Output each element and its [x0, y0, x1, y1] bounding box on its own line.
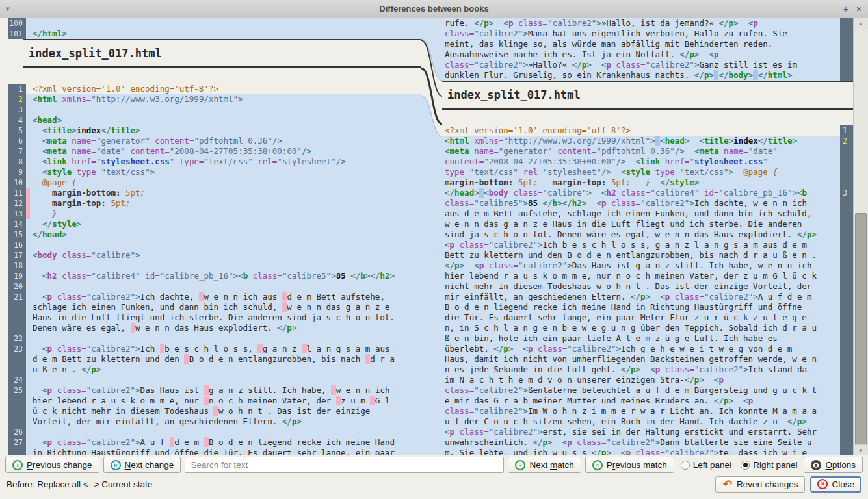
- line-number: 5: [8, 125, 26, 136]
- options-button[interactable]: Options: [804, 457, 863, 473]
- line-number: [840, 167, 853, 177]
- code-line: d e m Bett zu klettern und den B o d e n…: [8, 354, 421, 365]
- right-diff-panel[interactable]: rufe. </p> <p class="calibre2">»Hallo, i…: [442, 18, 853, 455]
- vertical-scrollbar[interactable]: ▲ ▼: [853, 18, 868, 455]
- code-line: class="calibre2">»Hallo?« </p> <p class=…: [442, 60, 853, 70]
- code-line: 9 <style type="text/css">: [8, 167, 421, 177]
- line-number: 1: [840, 125, 853, 136]
- code-text: Vorteil, der mir einfällt, an geschieden…: [30, 416, 421, 427]
- code-line: 20: [8, 281, 421, 292]
- line-number: [840, 375, 853, 385]
- code-line: 24: [8, 375, 421, 385]
- scroll-down-icon[interactable]: ▼: [854, 444, 868, 455]
- next-change-button[interactable]: » Next change: [103, 457, 181, 473]
- line-number: 2: [8, 94, 26, 105]
- left-panel-radio-group[interactable]: Left panel: [678, 460, 734, 470]
- code-line: ß e n bin, hole ich ein paar tiefe A t e…: [442, 333, 853, 344]
- code-text: <meta name="generator" content="pdftohtm…: [30, 136, 421, 146]
- revert-changes-label: Revert changes: [737, 480, 798, 489]
- line-number: 8: [8, 157, 26, 167]
- code-text: @page {: [30, 177, 421, 188]
- code-line: m. Sie lebte, und ich w u s s </p> <p cl…: [442, 448, 853, 455]
- line-number: [840, 177, 853, 188]
- code-text: <body class="calibre">: [30, 250, 421, 261]
- code-line: <html xmlns="http://www.w3.org/1999/xhtm…: [442, 136, 853, 146]
- code-text: e mir das G r a b meiner Mutter und mein…: [442, 396, 840, 406]
- code-line: Haus in die Luft fliegt und ich sterbe. …: [8, 313, 421, 323]
- code-text: }: [30, 209, 421, 219]
- line-number: [840, 292, 853, 302]
- close-button[interactable]: × Close: [810, 476, 861, 493]
- code-line: class="calibre2">Im W o h n z i m m e r …: [442, 406, 853, 416]
- line-number: 10: [8, 177, 26, 188]
- code-text: <link href="stylesheet.css" type="text/c…: [30, 157, 421, 167]
- chevron-up-icon: ›: [592, 460, 603, 470]
- line-number: 20: [8, 281, 26, 292]
- line-number: [8, 365, 26, 375]
- status-bar: Before: Replace all <--> Current state ↶…: [0, 474, 868, 499]
- maximize-icon[interactable]: +: [843, 5, 848, 14]
- code-line: in Richtung Haustürgriff und öffne die T…: [8, 448, 421, 455]
- code-line: Vorteil, der mir einfällt, an geschieden…: [8, 416, 421, 427]
- code-text: <html xmlns="http://www.w3.org/1999/xhtm…: [30, 94, 421, 105]
- code-text: unwahrscheinlich. </p> <p class="calibre…: [442, 437, 840, 448]
- scrollbar-thumb[interactable]: [855, 213, 867, 447]
- code-line: </p> <p class="calibre2">Das Haus ist g …: [442, 261, 853, 271]
- right-panel-radio-group[interactable]: Right panel: [738, 460, 800, 470]
- line-number: [840, 261, 853, 271]
- next-match-button[interactable]: › Next match: [508, 457, 581, 473]
- code-text: <p class="calibre2">Das Haus ist g a n z…: [30, 385, 421, 396]
- revert-changes-button[interactable]: ↶ Revert changes: [715, 476, 806, 493]
- close-window-icon[interactable]: ×: [856, 5, 861, 14]
- line-number: [840, 396, 853, 406]
- line-number: [840, 427, 853, 437]
- section-gap: [442, 110, 853, 125]
- search-input[interactable]: [185, 457, 504, 473]
- file-section-header: index_split_017.html: [8, 39, 421, 68]
- code-text: [30, 333, 421, 344]
- code-text: <style type="text/css">: [30, 167, 421, 177]
- scroll-up-icon[interactable]: ▲: [854, 18, 868, 29]
- left-panel-radio[interactable]: [681, 461, 690, 470]
- window-menu-icon[interactable]: ▾: [6, 5, 10, 13]
- code-text: <p class="calibre2">Ich b e s c h l o s …: [442, 240, 840, 250]
- line-number: 18: [8, 261, 26, 271]
- file-name: index_split_017.html: [442, 88, 581, 101]
- code-line: 26: [8, 427, 421, 437]
- code-text: [30, 281, 421, 292]
- code-line: 1<?xml version='1.0' encoding='utf-8'?>: [8, 84, 421, 94]
- close-circle-icon: ×: [817, 479, 828, 489]
- code-line: nicht mehr in diesem Todeshaus w o h n t…: [442, 281, 853, 292]
- code-text: die Tür. Es dauert sehr lange, ein paar …: [442, 313, 840, 323]
- code-text: class="calibre2">»Hallo?« </p> <p class=…: [442, 60, 840, 70]
- code-text: [30, 427, 421, 437]
- previous-change-button[interactable]: ‹ Previous change: [5, 457, 99, 473]
- code-line: 2<html xmlns="http://www.w3.org/1999/xht…: [8, 94, 421, 105]
- previous-match-button[interactable]: › Previous match: [585, 457, 674, 473]
- line-number: [840, 302, 853, 313]
- line-number: 13: [8, 209, 26, 219]
- line-number: [8, 406, 26, 416]
- right-panel-radio[interactable]: [741, 461, 750, 470]
- code-text: [30, 240, 421, 250]
- diff-toolbar: ‹ Previous change » Next change › Next m…: [0, 455, 868, 474]
- line-number: [840, 313, 853, 323]
- line-number: 16: [8, 240, 26, 250]
- code-text: Denen wäre es egal, w e n n das Haus exp…: [30, 323, 421, 333]
- code-line: <?xml version='1.0' encoding='utf-8'?>1: [442, 125, 853, 136]
- left-diff-panel[interactable]: 100101</html>index_split_017.html1<?xml …: [8, 18, 421, 455]
- code-line: dunklen Flur. Gruselig, so ein Krankenha…: [442, 70, 853, 81]
- code-text: class="calibre5">85 </b></h2> <p class="…: [442, 198, 840, 209]
- gear-icon: [811, 460, 821, 470]
- revert-icon: ↶: [722, 479, 733, 489]
- code-text: margin-bottom: 5pt;: [30, 188, 421, 198]
- code-line: w e n n das g a n z e Haus in die Luft f…: [442, 219, 853, 229]
- code-line: 11 margin-bottom: 5pt;: [8, 188, 421, 198]
- code-line: 100: [8, 18, 421, 29]
- code-line: 3: [8, 105, 421, 115]
- line-number: [840, 344, 853, 354]
- previous-match-label: Previous match: [607, 460, 667, 470]
- code-text: </p> <p class="calibre2">Das Haus ist g …: [442, 261, 840, 271]
- line-number: 7: [8, 146, 26, 157]
- code-text: hier lebend r a u s k o m m e, nur n o c…: [442, 271, 840, 281]
